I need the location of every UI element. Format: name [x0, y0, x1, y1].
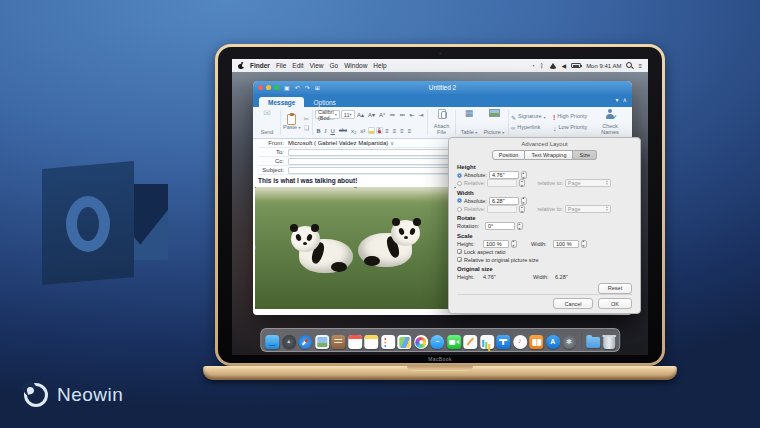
width-absolute-radio[interactable]	[457, 198, 462, 203]
paste-button[interactable]: Paste ▾	[283, 114, 301, 131]
high-priority-button[interactable]: ! High Priority	[553, 113, 587, 122]
check-names-button[interactable]: ✓ Check Names	[597, 109, 623, 136]
dock-pages-icon[interactable]	[463, 335, 477, 349]
rotation-stepper[interactable]	[517, 222, 523, 230]
clear-formatting-button[interactable]: A°	[378, 112, 387, 118]
align-right-button[interactable]: ≡	[399, 128, 406, 134]
dock-safari-icon[interactable]	[298, 335, 312, 349]
bullet-list-button[interactable]: ≔	[388, 112, 397, 118]
dock-facetime-icon[interactable]	[447, 335, 461, 349]
dock-keynote-icon[interactable]	[496, 335, 510, 349]
align-left-button[interactable]: ≡	[384, 128, 391, 134]
dock-downloads-icon[interactable]	[586, 337, 600, 348]
menu-edit[interactable]: Edit	[292, 62, 303, 69]
dock-trash-icon[interactable]	[603, 335, 615, 349]
scale-width-stepper[interactable]	[581, 240, 587, 248]
battery-icon[interactable]	[571, 63, 581, 68]
reset-button[interactable]: Reset	[598, 283, 632, 294]
menu-view[interactable]: View	[310, 62, 324, 69]
grow-font-button[interactable]: A▴	[356, 112, 366, 118]
dock-app-store-icon[interactable]	[546, 335, 560, 349]
send-button[interactable]: ✉ Send	[256, 109, 278, 136]
scale-height-stepper[interactable]	[511, 240, 517, 248]
menu-bar-clock[interactable]: Mon 9:41 AM	[586, 63, 621, 69]
table-button[interactable]: ▦ Table ▾	[458, 109, 480, 136]
scale-height-input[interactable]: 100 %	[483, 240, 509, 248]
tab-options[interactable]: Options	[304, 97, 344, 107]
width-absolute-input[interactable]: 6.28"	[489, 197, 519, 205]
resize-handle-nw[interactable]	[255, 187, 256, 188]
subscript-button[interactable]: x₂	[349, 128, 357, 134]
ribbon-settings-icon[interactable]: ▾	[616, 96, 619, 103]
resize-handle-w[interactable]	[255, 246, 256, 249]
cancel-button[interactable]: Cancel	[553, 298, 593, 309]
bold-button[interactable]: B	[315, 128, 322, 134]
dock-numbers-icon[interactable]	[480, 335, 494, 349]
dock-ibooks-icon[interactable]	[529, 335, 543, 349]
signature-button[interactable]: ✎ Signature▾	[511, 113, 546, 122]
indent-button[interactable]: ⇥	[417, 112, 425, 118]
width-relative-radio[interactable]	[457, 207, 462, 212]
dock-system-preferences-icon[interactable]	[562, 335, 576, 349]
resize-handle-n[interactable]	[354, 187, 357, 188]
superscript-button[interactable]: x²	[359, 128, 367, 134]
font-size-select[interactable]: 11▾	[341, 110, 355, 119]
height-absolute-input[interactable]: 4.76"	[489, 171, 519, 179]
menu-file[interactable]: File	[276, 62, 286, 69]
wifi-icon[interactable]	[549, 63, 557, 69]
attach-file-button[interactable]: Attach File	[430, 109, 453, 136]
height-relative-radio[interactable]	[457, 181, 462, 186]
underline-button[interactable]: U	[329, 128, 336, 134]
dock-reminders-icon[interactable]	[381, 335, 395, 349]
height-absolute-stepper[interactable]	[521, 171, 527, 179]
dock-finder-icon[interactable]	[265, 335, 279, 349]
dock-calendar-icon[interactable]	[348, 335, 362, 349]
dock-notes-icon[interactable]	[364, 335, 378, 349]
lock-aspect-checkbox[interactable]: ✓ Lock aspect ratio	[457, 248, 632, 256]
numbered-list-button[interactable]: ≕	[398, 112, 407, 118]
font-color-button[interactable]: A	[376, 127, 383, 134]
picture-button[interactable]: Picture ▾	[482, 109, 506, 136]
spotlight-icon[interactable]	[626, 62, 633, 69]
tab-text-wrapping[interactable]: Text Wrapping	[525, 150, 573, 160]
scale-width-input[interactable]: 100 %	[553, 240, 579, 248]
bluetooth-icon[interactable]: ᛒ	[540, 63, 544, 69]
resize-handle-ne[interactable]	[454, 187, 456, 188]
dock-maps-icon[interactable]	[397, 335, 411, 349]
dock-launchpad-icon[interactable]	[282, 335, 296, 349]
window-title-bar[interactable]: ▣ ↶ ↷ ⊞ Untitled 2	[253, 81, 632, 94]
font-name-select[interactable]: Calibri (Bod...▾	[315, 110, 340, 119]
tab-position[interactable]: Position	[492, 150, 526, 160]
menu-window[interactable]: Window	[344, 62, 367, 69]
align-center-button[interactable]: ≡	[391, 128, 398, 134]
from-account-select[interactable]: Microsoft ( Gabriel Valdez Malpartida)	[288, 140, 388, 146]
shrink-font-button[interactable]: A▾	[367, 112, 377, 118]
width-absolute-stepper[interactable]	[521, 197, 527, 205]
menu-go[interactable]: Go	[330, 62, 339, 69]
italic-button[interactable]: I	[323, 128, 328, 134]
menu-help[interactable]: Help	[373, 62, 386, 69]
rotation-input[interactable]: 0°	[485, 222, 515, 230]
collapse-ribbon-icon[interactable]: ∧	[623, 96, 627, 103]
time-machine-icon[interactable]: ◔	[531, 63, 535, 69]
panda-photo[interactable]	[255, 187, 456, 309]
hyperlink-button[interactable]: ∞ Hyperlink	[511, 124, 540, 133]
height-absolute-radio[interactable]	[457, 173, 462, 178]
dock-contacts-icon[interactable]	[331, 335, 345, 349]
dock-messages-icon[interactable]	[430, 335, 444, 349]
justify-button[interactable]: ≡	[406, 128, 413, 134]
tab-message[interactable]: Message	[259, 97, 304, 107]
dock-preview-icon[interactable]	[315, 335, 329, 349]
dock-photos-icon[interactable]	[414, 335, 428, 349]
low-priority-button[interactable]: ↓ Low Priority	[553, 124, 587, 133]
ok-button[interactable]: OK	[598, 298, 632, 309]
highlight-color-button[interactable]	[368, 127, 375, 134]
apple-menu-icon[interactable]	[238, 62, 244, 70]
strikethrough-button[interactable]: abc	[337, 128, 348, 133]
copy-icon[interactable]: ❏	[304, 124, 309, 131]
dock-itunes-icon[interactable]	[513, 335, 527, 349]
notification-center-icon[interactable]: ≡	[638, 63, 642, 69]
cut-icon[interactable]: ✂	[304, 115, 309, 122]
outdent-button[interactable]: ⇤	[408, 112, 416, 118]
volume-icon[interactable]: ◀	[562, 62, 567, 69]
